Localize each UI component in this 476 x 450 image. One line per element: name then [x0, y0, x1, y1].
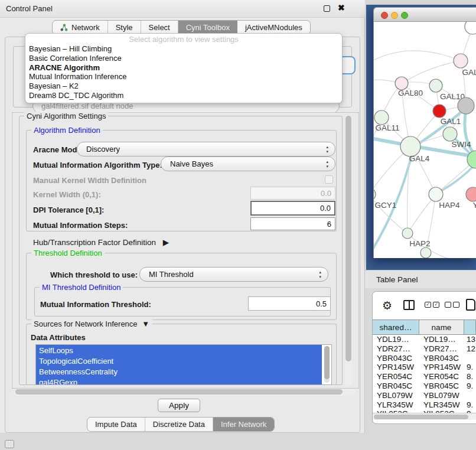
network-node-swi4[interactable] — [443, 127, 457, 141]
algorithm-dropdown-placeholder: Select algorithm to view settings — [25, 34, 342, 44]
network-node-gal1[interactable] — [433, 105, 446, 118]
network-node-label: GAL80 — [398, 89, 423, 97]
algorithm-option[interactable]: Dream8 DC_TDC Algorithm — [25, 91, 342, 100]
table-row[interactable]: YLR345WYLR345W9. — [373, 400, 476, 410]
table-cell: YBR043C — [373, 354, 419, 363]
tab-cyni-toolbox[interactable]: Cyni Toolbox — [178, 21, 237, 34]
tab-jactivemnodules[interactable]: jActiveMNodules — [237, 21, 310, 34]
dpi-tolerance-field[interactable]: 0.0 — [250, 201, 335, 216]
column-header-shared-name[interactable]: shared… — [373, 320, 419, 334]
table-cell: YDL19… — [419, 335, 464, 344]
select-all-checkboxes-icon[interactable]: ✓✓ — [425, 302, 439, 308]
aracne-mode-combo[interactable]: Discovery ▴▾ — [77, 142, 335, 156]
network-node-gal80[interactable] — [395, 77, 408, 90]
threshold-definition-title: Threshold Definition — [31, 249, 105, 257]
network-node-label: GAL — [462, 68, 476, 77]
column-header-name[interactable]: name — [419, 320, 464, 334]
table-panel-title: Table Panel — [376, 275, 418, 284]
which-threshold-combo[interactable]: MI Threshold ▴▾ — [139, 267, 328, 282]
network-node-y[interactable] — [466, 187, 476, 201]
table-row[interactable]: YPR145WYPR145W9. — [373, 363, 476, 372]
combo-stepper-icon: ▴▾ — [326, 145, 328, 154]
settings-vertical-scrollbar[interactable] — [345, 115, 352, 386]
panel-corner-icon[interactable] — [5, 440, 14, 448]
column-header-partial[interactable] — [464, 320, 476, 334]
network-node-label: GCY1 — [375, 201, 397, 210]
table-header-row: shared… name — [373, 319, 476, 335]
network-view-window[interactable]: GALGAL80GAL10GAL1GAL11SWI4GAL4GCY1HAP4YH… — [373, 7, 476, 258]
attribute-item[interactable]: SelfLoops — [36, 345, 322, 356]
tab-style[interactable]: Style — [108, 21, 141, 34]
deselect-all-checkboxes-icon[interactable] — [445, 302, 459, 308]
tab-select[interactable]: Select — [141, 21, 178, 34]
table-cell: YBR045C — [373, 381, 419, 391]
table-panel-titlebar: Table Panel — [365, 270, 476, 288]
network-node-hap4[interactable] — [429, 187, 443, 201]
network-node-gal10[interactable] — [429, 79, 442, 92]
mi-steps-field[interactable]: 6 — [250, 217, 335, 230]
sources-title[interactable]: Sources for Network Inference ▼ — [31, 319, 152, 328]
table-panel: ⚙ ✓✓ shared… name YDL19…YDL19…13YDR27…YD… — [372, 291, 476, 424]
table-row[interactable]: YDR27…YDR27…12 — [373, 344, 476, 354]
network-node-label: GAL4 — [409, 154, 430, 163]
algorithm-option[interactable]: Bayesian – Hill Climbing — [25, 44, 342, 54]
gear-icon[interactable]: ⚙ — [382, 299, 392, 312]
zoom-traffic-light-icon[interactable] — [401, 12, 408, 19]
network-node-gal4[interactable] — [400, 136, 420, 156]
mi-steps-label: Mutual Information Steps: — [33, 221, 128, 230]
network-window-titlebar[interactable] — [373, 7, 476, 22]
kernel-width-field[interactable]: 0.0 — [250, 187, 335, 200]
tab-network[interactable]: Network — [53, 21, 108, 34]
which-threshold-label: Which threshold to use: — [50, 270, 138, 279]
kernel-width-label: Kernel Width (0,1): — [33, 190, 101, 199]
apply-button[interactable]: Apply — [158, 399, 200, 412]
float-window-icon[interactable] — [324, 5, 330, 12]
manual-kernel-width-checkbox[interactable] — [325, 175, 333, 184]
tab-infer-network[interactable]: Infer Network — [213, 418, 274, 431]
tab-impute-data[interactable]: Impute Data — [87, 418, 145, 431]
table-row[interactable]: YBR045CYBR045C9. — [373, 381, 476, 391]
network-node-hap2[interactable] — [402, 228, 413, 239]
table-horizontal-scrollbar[interactable] — [373, 413, 476, 420]
network-edge[interactable] — [402, 61, 461, 83]
network-node[interactable] — [465, 22, 476, 34]
algorithm-option[interactable]: Mutual Information Inference — [25, 72, 342, 81]
table-row[interactable]: YBL079WYBL079W — [373, 391, 476, 400]
minimize-traffic-light-icon[interactable] — [391, 12, 398, 19]
network-edge[interactable] — [374, 51, 461, 63]
table-row[interactable]: YDL19…YDL19…13 — [373, 335, 476, 344]
table-body: YDL19…YDL19…13YDR27…YDR27…12YBR043CYBR04… — [373, 335, 476, 413]
algorithm-definition-title: Algorithm Definition — [31, 126, 103, 135]
algorithm-option[interactable]: ARACNE Algorithm — [25, 63, 342, 73]
table-cell: YLR345W — [373, 400, 419, 410]
attribute-item[interactable]: gal4RGexp — [36, 377, 322, 385]
table-row[interactable]: YER054CYER054C8. — [373, 372, 476, 381]
network-node-label: HAP2 — [409, 239, 430, 248]
network-node-gal11[interactable] — [374, 110, 389, 125]
combo-stepper-icon: ▴▾ — [319, 270, 321, 279]
network-node[interactable] — [458, 97, 474, 114]
network-node[interactable] — [420, 247, 431, 258]
close-traffic-light-icon[interactable] — [381, 12, 388, 19]
table-cell: 12 — [464, 344, 476, 354]
mi-algorithm-type-combo[interactable]: Naive Bayes ▴▾ — [161, 156, 335, 171]
attribute-item[interactable]: TopologicalCoefficient — [36, 356, 322, 366]
page-icon[interactable] — [466, 299, 475, 311]
attributes-scrollbar[interactable] — [324, 346, 330, 383]
tab-discretize-data[interactable]: Discretize Data — [145, 418, 213, 431]
close-icon[interactable]: ✖ — [338, 3, 345, 12]
data-attributes-list[interactable]: SelfLoopsTopologicalCoefficientBetweenne… — [35, 344, 332, 385]
split-column-icon[interactable] — [403, 300, 415, 310]
mi-threshold-field[interactable]: 0.5 — [248, 296, 331, 311]
network-node-gcy1[interactable] — [374, 188, 376, 201]
algorithm-option[interactable]: Bayesian – K2 — [25, 81, 342, 91]
settings-horizontal-scrollbar[interactable] — [14, 389, 356, 396]
table-row[interactable]: YBR043CYBR043C — [373, 354, 476, 363]
network-canvas[interactable]: GALGAL80GAL10GAL1GAL11SWI4GAL4GCY1HAP4YH… — [373, 22, 476, 258]
algorithm-option[interactable]: Basic Correlation Inference — [25, 54, 342, 63]
table-cell: 9. — [464, 381, 476, 391]
hub-tf-definition-toggle[interactable]: Hub/Transcription Factor Definition ▶ — [33, 237, 169, 247]
attribute-item[interactable]: BetweennessCentrality — [36, 366, 322, 377]
network-node-gal[interactable] — [454, 54, 468, 68]
algorithm-dropdown-list[interactable]: Select algorithm to view settings Bayesi… — [25, 33, 343, 103]
